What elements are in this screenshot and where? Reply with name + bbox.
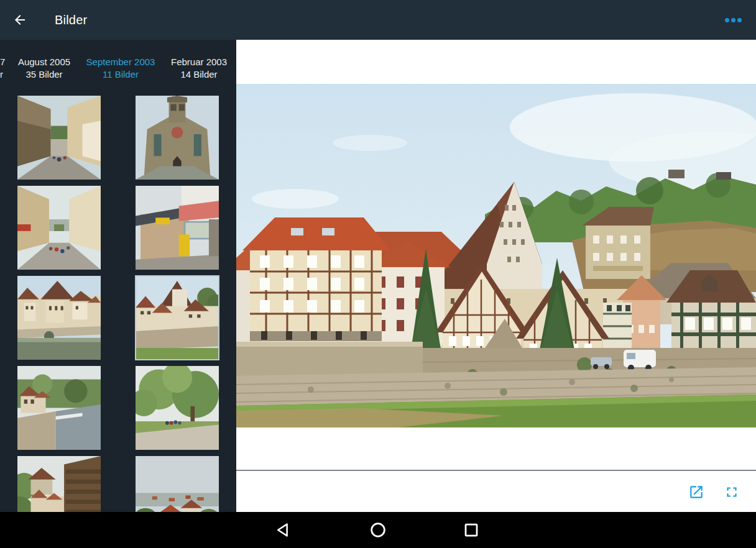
thumbnail-image xyxy=(136,456,219,512)
thumbnail-river-houses[interactable] xyxy=(17,276,101,360)
gallery-sidebar: 7 r August 2005 35 Bilder September 2003… xyxy=(0,40,236,512)
album-tabs: 7 r August 2005 35 Bilder September 2003… xyxy=(0,40,236,96)
album-tab-count: 14 Bilder xyxy=(164,68,234,81)
thumbnail-image xyxy=(136,186,219,270)
nav-home-button[interactable] xyxy=(369,521,387,539)
open-in-new-icon xyxy=(688,484,704,500)
thumbnail-shopping-street[interactable] xyxy=(17,186,101,270)
album-tab-label: September 2003 xyxy=(78,56,163,68)
recents-square-icon xyxy=(462,521,481,539)
album-tab-count: 11 Bilder xyxy=(78,68,163,81)
thumbnail-image xyxy=(136,366,219,450)
android-navigation-bar xyxy=(0,512,756,548)
album-tab-count: r xyxy=(0,68,9,81)
thumbnail-river-weir[interactable] xyxy=(17,366,101,450)
more-horizontal-icon xyxy=(725,18,742,22)
thumbnail-park-trees[interactable] xyxy=(136,366,219,450)
album-tab-count: 35 Bilder xyxy=(15,68,73,81)
nav-recents-button[interactable] xyxy=(462,521,481,539)
fullscreen-icon xyxy=(724,484,740,500)
nav-back-button[interactable] xyxy=(274,521,293,539)
page-title: Bilder xyxy=(55,13,87,27)
top-app-bar: Bilder xyxy=(0,0,756,40)
album-tab-label: Februar 2003 xyxy=(164,56,234,68)
album-tab-september-2003[interactable]: September 2003 11 Bilder xyxy=(78,56,163,81)
thumbnail-town-panorama[interactable] xyxy=(136,456,219,512)
album-tab-label: 7 xyxy=(0,56,9,68)
overflow-menu-button[interactable] xyxy=(724,14,742,26)
album-tab-august-2005[interactable]: August 2005 35 Bilder xyxy=(15,56,73,81)
album-tab-februar-2003[interactable]: Februar 2003 14 Bilder xyxy=(164,56,234,81)
viewer-divider xyxy=(236,470,756,471)
app-screen: Bilder xyxy=(0,0,756,548)
album-tab-clipped[interactable]: 7 r xyxy=(0,56,9,81)
thumbnail-image xyxy=(17,186,101,270)
home-circle-icon xyxy=(369,521,387,539)
thumbnail-image xyxy=(17,366,101,450)
thumbnail-covered-bridge[interactable] xyxy=(17,456,101,512)
thumbnail-town-wall[interactable] xyxy=(136,276,219,360)
open-external-button[interactable] xyxy=(688,484,704,500)
back-button[interactable] xyxy=(12,12,27,27)
main-photo-image xyxy=(236,84,756,427)
arrow-left-icon xyxy=(12,12,27,27)
album-tab-label: August 2005 xyxy=(15,56,73,68)
thumbnail-image xyxy=(17,96,101,180)
thumbnail-image xyxy=(136,276,219,360)
thumbnail-image xyxy=(17,276,101,360)
thumbnail-image xyxy=(136,96,219,180)
main-photo[interactable] xyxy=(236,84,756,427)
photo-viewer xyxy=(236,40,756,512)
thumbnail-street-old-town[interactable] xyxy=(17,96,101,180)
thumbnail-church-facade[interactable] xyxy=(136,96,219,180)
thumbnail-grid xyxy=(0,96,236,512)
thumbnail-kiosk[interactable] xyxy=(136,186,219,270)
fullscreen-button[interactable] xyxy=(724,484,740,500)
thumbnail-image xyxy=(17,456,101,512)
back-triangle-icon xyxy=(274,521,293,539)
